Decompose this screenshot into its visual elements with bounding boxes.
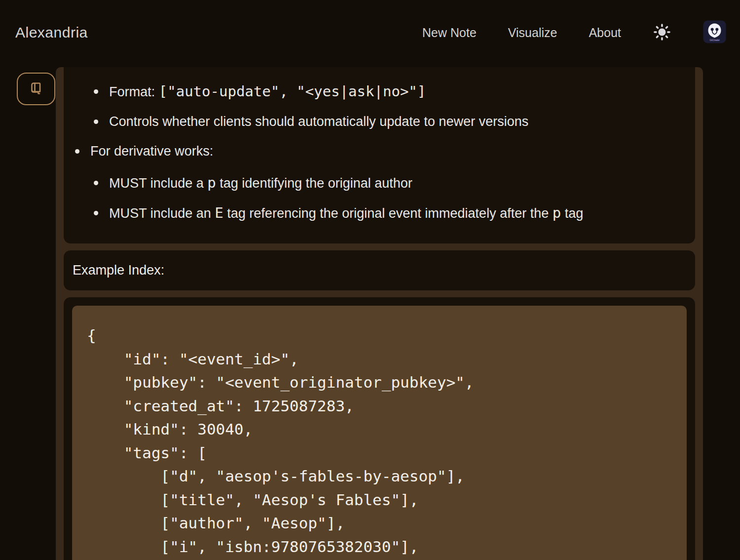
nav-about[interactable]: About [589,26,621,40]
example-index-label: Example Index: [73,263,164,278]
example-code-card: { "id": "<event_id>", "pubkey": "<event_… [64,297,695,560]
list-item: MUST include a p tag identifying the ori… [64,174,695,192]
bullet-dot [94,211,98,215]
book-icon [27,80,45,99]
app-header: Alexandria New Note Visualize About [0,0,740,62]
content-scroll-area[interactable]: Format: ["auto-update", "<yes|ask|no>"] … [56,67,703,560]
bullet-dot [94,120,98,124]
list-item-text: MUST include a p tag identifying the ori… [109,174,412,192]
spec-bullets-card: Format: ["auto-update", "<yes|ask|no>"] … [64,67,695,243]
nav-visualize[interactable]: Visualize [508,26,557,40]
list-item-text: Controls whether clients should automati… [109,113,528,130]
inline-code: p [552,204,561,221]
example-index-card: Example Index: [64,250,695,290]
svg-text:GitCitadel: GitCitadel [709,39,719,41]
inline-code: p [207,174,216,191]
list-item-text: For derivative works: [90,142,213,160]
inline-code: E [215,204,223,221]
bullet-dot [75,149,79,154]
list-item: For derivative works: [64,142,695,160]
inline-code: ["auto-update", "<yes|ask|no>"] [159,83,426,100]
gitcitadel-logo-icon: GitCitadel [703,38,726,45]
json-code-block: { "id": "<event_id>", "pubkey": "<event_… [72,306,687,560]
gitcitadel-logo-button[interactable]: GitCitadel [703,20,726,45]
list-item: MUST include an E tag referencing the or… [64,204,695,222]
sun-icon [653,23,671,43]
list-item-text: Format: ["auto-update", "<yes|ask|no>"] [109,82,426,101]
list-item: Format: ["auto-update", "<yes|ask|no>"] [64,82,695,101]
theme-toggle-button[interactable] [653,23,671,43]
app-title: Alexandria [15,24,88,41]
nav-new-note[interactable]: New Note [422,26,476,40]
list-item-text: MUST include an E tag referencing the or… [109,204,583,222]
main-nav: New Note Visualize About [422,20,726,45]
toc-book-button[interactable] [17,73,55,105]
bullet-dot [94,89,98,94]
json-code-text: { "id": "<event_id>", "pubkey": "<event_… [87,324,687,559]
bullet-dot [94,181,98,185]
list-item: Controls whether clients should automati… [64,113,695,130]
